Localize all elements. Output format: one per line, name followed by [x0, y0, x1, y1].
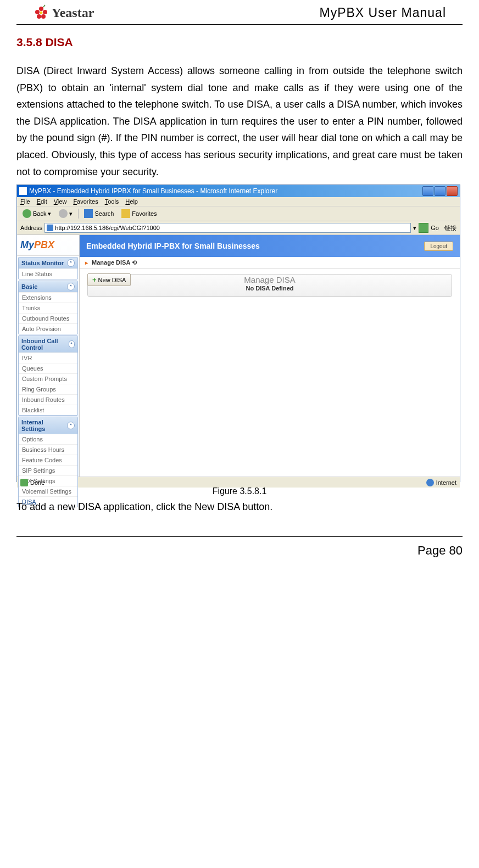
body-paragraph: DISA (Direct Inward System Access) allow…	[16, 63, 463, 180]
logo-text: Yeastar	[52, 5, 94, 20]
menu-file[interactable]: File	[20, 198, 30, 205]
address-label: Address	[20, 225, 42, 231]
logout-button[interactable]: Logout	[424, 242, 453, 251]
sidebar-item[interactable]: Blacklist	[19, 405, 77, 415]
sidebar-item[interactable]: Voicemail Settings	[19, 486, 77, 496]
arrow-icon: ▸	[85, 260, 88, 266]
dropdown-icon: ▾	[69, 210, 73, 217]
window-title: MyPBX - Embedded Hybrid IPPBX for Small …	[29, 187, 277, 195]
sidebar-section-header[interactable]: Internal Settings˄	[19, 417, 77, 434]
sidebar-item[interactable]: Line Status	[19, 268, 77, 279]
sidebar-item[interactable]: Trunks	[19, 303, 77, 313]
content: 3.5.8 DISA DISA (Direct Inward System Ac…	[0, 25, 479, 536]
sidebar-section: Internal Settings˄OptionsBusiness HoursF…	[18, 417, 78, 507]
logo-flower-icon	[33, 4, 49, 21]
window-buttons	[422, 186, 458, 196]
go-label: Go	[431, 225, 439, 231]
search-icon	[84, 209, 93, 218]
sidebar-header-label: Inbound Call Control	[21, 338, 69, 351]
search-button[interactable]: Search	[82, 208, 116, 219]
sidebar-section-header[interactable]: Basic˄	[19, 281, 77, 292]
status-done: Done	[30, 479, 44, 486]
company-logo: Yeastar	[33, 4, 94, 21]
favorites-label: Favorites	[132, 210, 157, 217]
app-screenshot: MyPBX - Embedded Hybrid IPPBX for Small …	[16, 184, 460, 482]
back-label: Back	[33, 210, 46, 217]
sidebar-item[interactable]: Ring Groups	[19, 384, 77, 394]
sidebar-item[interactable]: Inbound Routes	[19, 394, 77, 405]
ie-addressbar: Address http://192.168.5.186/cgi/WebCGI?…	[17, 221, 460, 235]
address-input[interactable]: http://192.168.5.186/cgi/WebCGI?1000	[44, 223, 411, 233]
sidebar-item[interactable]: SIP Settings	[19, 465, 77, 475]
back-icon	[23, 209, 31, 218]
post-figure-text: To add a new DISA application, click the…	[16, 499, 463, 516]
menu-view[interactable]: View	[54, 198, 67, 205]
sidebar-section-header[interactable]: Status Monitor˄	[19, 257, 77, 268]
minimize-button[interactable]	[422, 186, 433, 196]
collapse-icon[interactable]: ˄	[69, 340, 75, 348]
sidebar-item[interactable]: Feature Codes	[19, 455, 77, 465]
app-main: Embedded Hybrid IP-PBX for Small Busines…	[80, 235, 460, 477]
dropdown-icon: ▾	[48, 210, 51, 217]
status-internet: Internet	[436, 479, 456, 486]
sidebar-section: Basic˄ExtensionsTrunksOutbound RoutesAut…	[18, 281, 78, 334]
sidebar-item[interactable]: Queues	[19, 363, 77, 373]
close-button[interactable]	[447, 186, 458, 196]
page-number: Page 80	[417, 544, 463, 557]
sidebar-header-label: Internal Settings	[21, 419, 67, 432]
sidebar-section: Status Monitor˄Line Status	[18, 257, 78, 279]
maximize-button[interactable]	[435, 186, 445, 196]
go-button[interactable]	[419, 223, 428, 233]
plus-icon: +	[92, 276, 97, 284]
logo-my: My	[20, 239, 34, 250]
done-icon	[20, 479, 28, 486]
app-icon	[19, 187, 27, 195]
section-heading: 3.5.8 DISA	[16, 36, 463, 49]
address-dropdown-icon[interactable]: ▾	[413, 225, 416, 232]
manual-title: MyPBX User Manual	[320, 5, 446, 20]
sidebar-section: Inbound Call Control˄IVRQueuesCustom Pro…	[18, 335, 78, 416]
sidebar-header-label: Status Monitor	[21, 260, 64, 266]
ie-titlebar: MyPBX - Embedded Hybrid IPPBX for Small …	[17, 185, 460, 197]
collapse-icon[interactable]: ˄	[67, 422, 75, 429]
sidebar-item[interactable]: Extensions	[19, 292, 77, 303]
forward-button[interactable]: ▾	[57, 208, 75, 219]
sidebar-item[interactable]: Options	[19, 434, 77, 444]
menu-favorites[interactable]: Favorites	[73, 198, 98, 205]
sidebar-item[interactable]: Business Hours	[19, 444, 77, 455]
ie-menubar: File Edit View Favorites Tools Help	[17, 197, 460, 206]
sidebar-item[interactable]: IVR	[19, 352, 77, 363]
back-button[interactable]: Back ▾	[20, 208, 53, 219]
breadcrumb-text: Manage DISA ⟲	[92, 259, 137, 266]
svg-point-4	[41, 14, 46, 19]
new-disa-button[interactable]: + New DISA	[87, 273, 131, 286]
page-icon	[47, 225, 53, 231]
menu-help[interactable]: Help	[125, 198, 138, 205]
menu-tools[interactable]: Tools	[105, 198, 119, 205]
collapse-icon[interactable]: ˄	[67, 259, 75, 267]
menu-edit[interactable]: Edit	[37, 198, 47, 205]
banner-text: Embedded Hybrid IP-PBX for Small Busines…	[86, 242, 260, 250]
internet-icon	[426, 479, 434, 486]
links-label[interactable]: 链接	[444, 224, 456, 232]
sidebar-item[interactable]: Auto Provision	[19, 323, 77, 334]
svg-point-1	[35, 10, 40, 14]
page-header: Yeastar MyPBX User Manual	[16, 0, 463, 25]
app-sidebar: MyPBX Status Monitor˄Line StatusBasic˄Ex…	[17, 235, 80, 477]
app-body: MyPBX Status Monitor˄Line StatusBasic˄Ex…	[17, 235, 460, 477]
svg-point-2	[43, 10, 47, 14]
collapse-icon[interactable]: ˄	[67, 283, 75, 290]
sidebar-item[interactable]: Outbound Routes	[19, 313, 77, 323]
favorites-star-icon	[121, 209, 130, 218]
svg-point-5	[40, 12, 43, 14]
breadcrumb: ▸ Manage DISA ⟲	[80, 257, 460, 269]
sidebar-header-label: Basic	[21, 283, 37, 290]
address-url: http://192.168.5.186/cgi/WebCGI?1000	[55, 225, 160, 231]
svg-point-3	[37, 14, 41, 19]
page-footer: Page 80	[16, 536, 463, 569]
svg-point-0	[39, 7, 43, 11]
main-content: + New DISA Manage DISA No DISA Defined	[80, 269, 460, 477]
sidebar-item[interactable]: Custom Prompts	[19, 373, 77, 384]
favorites-button[interactable]: Favorites	[119, 208, 159, 219]
sidebar-section-header[interactable]: Inbound Call Control˄	[19, 336, 77, 352]
